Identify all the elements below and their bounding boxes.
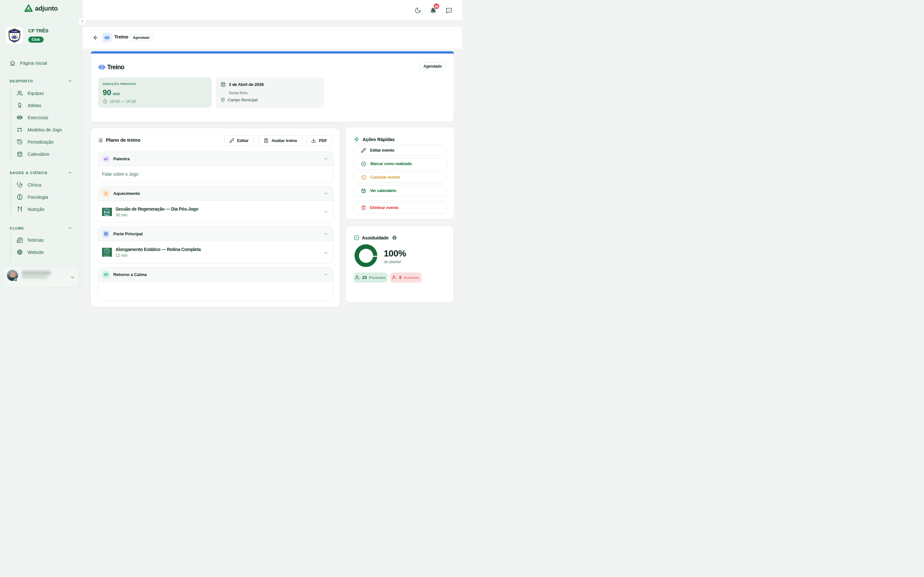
svg-text:1 2 3: 1 2 3 [105,208,108,210]
svg-text:Regen: Regen [105,214,109,216]
svg-text:5 4: 5 4 [107,251,108,253]
svg-text:3: 3 [110,250,110,251]
svg-text:Círculo: Círculo [105,248,109,250]
svg-text:30s cad: 30s cad [104,255,110,257]
svg-text:20: 20 [11,37,13,38]
svg-text:12: 12 [222,84,224,86]
svg-text:6: 6 [104,250,105,251]
svg-text:25: 25 [17,37,19,38]
svg-text:12: 12 [363,191,365,193]
svg-text:Trote L: Trote L [104,211,109,213]
svg-text:CF TRÊS: CF TRÊS [11,31,17,32]
